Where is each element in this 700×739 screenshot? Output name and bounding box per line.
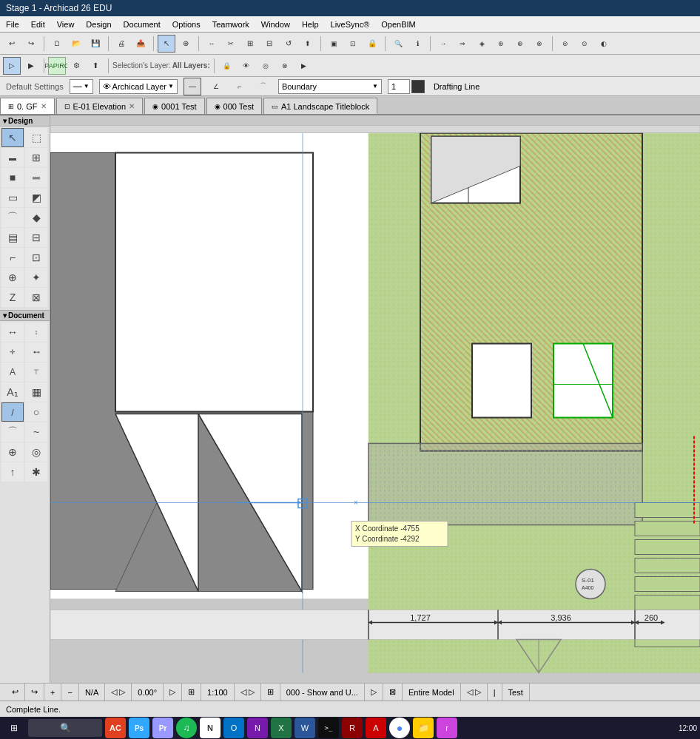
taskbar-rider[interactable]: r <box>437 718 457 738</box>
tb-extra2[interactable]: ⊛ <box>492 35 510 53</box>
tb-extra4[interactable]: ⊗ <box>531 35 548 53</box>
tb-extra7[interactable]: ◐ <box>595 35 613 53</box>
filter-btn[interactable]: ▶ <box>295 57 313 75</box>
tool-door[interactable]: ⌐ <box>1 248 24 267</box>
tool-window[interactable]: ⊡ <box>25 248 47 267</box>
play-anim-btn[interactable]: ▶ <box>22 57 40 75</box>
lock-btn[interactable]: 🔒 <box>363 35 381 53</box>
tab-gf-close[interactable]: ✕ <box>41 102 47 110</box>
group-btn[interactable]: ▣ <box>325 35 343 53</box>
tool-zone[interactable]: Z <box>1 288 24 307</box>
tb-extra6[interactable]: ⊝ <box>576 35 593 53</box>
design-section[interactable]: ▾ Design <box>0 115 50 126</box>
tab-test2[interactable]: ◉ 000 Test <box>206 98 262 114</box>
save-btn[interactable]: 💾 <box>87 35 104 53</box>
new-btn[interactable]: 🗋 <box>48 35 66 53</box>
taskbar-notion[interactable]: N <box>200 718 221 738</box>
tool-dim2[interactable]: ↕ <box>25 323 47 342</box>
tb-extra5[interactable]: ⊜ <box>556 35 574 53</box>
tool-spline[interactable]: ~ <box>25 422 47 442</box>
zoom-out-status[interactable]: − <box>61 684 78 701</box>
color-swatch[interactable] <box>411 80 425 93</box>
pen-rect-btn[interactable]: ⌐ <box>231 78 249 95</box>
search-taskbar-btn[interactable]: 🔍 <box>28 719 102 737</box>
menu-document[interactable]: Document <box>118 18 166 30</box>
redo-status[interactable]: ↪ <box>25 684 44 701</box>
tb-extra1[interactable]: ◈ <box>473 35 491 53</box>
boundary-selector[interactable]: Boundary ▼ <box>278 79 382 94</box>
line-type-selector[interactable]: — ▼ <box>70 79 93 94</box>
mirror-btn[interactable]: ⊟ <box>260 35 278 53</box>
taskbar-word[interactable]: W <box>295 718 315 738</box>
tool-line[interactable]: / <box>1 402 24 422</box>
find-btn[interactable]: 🔍 <box>389 35 407 53</box>
tab-gf[interactable]: ⊞ 0. GF ✕ <box>0 98 55 114</box>
taskbar-terminal[interactable]: >_ <box>318 718 339 738</box>
taskbar-chrome[interactable]: ● <box>389 718 410 738</box>
tab-elevation-close[interactable]: ✕ <box>129 102 135 110</box>
tool-cwseg[interactable]: ⊠ <box>25 288 47 307</box>
settings2-btn[interactable]: ⚙ <box>67 57 85 75</box>
menu-file[interactable]: File <box>0 18 25 30</box>
pen-solid-btn[interactable]: — <box>184 78 201 95</box>
offset-btn[interactable]: ⊞ <box>241 35 259 53</box>
taskbar-onenote[interactable]: N <box>247 718 268 738</box>
num-field[interactable]: 1 <box>388 79 410 94</box>
publish2-btn[interactable]: ⬆ <box>87 57 104 75</box>
tool-navmove[interactable]: ✛ <box>1 342 24 362</box>
publish-btn[interactable]: 📤 <box>132 35 149 53</box>
document-section[interactable]: ▾ Document <box>0 310 50 321</box>
tab-test1[interactable]: ◉ 0001 Test <box>144 98 205 114</box>
lock2-btn[interactable]: 🔒 <box>218 57 236 75</box>
tool-shell[interactable]: ⌒ <box>1 208 24 227</box>
arrow1[interactable]: → <box>434 35 452 53</box>
tool-beam[interactable]: ═ <box>25 168 47 187</box>
menu-design[interactable]: Design <box>80 18 117 30</box>
eye-btn[interactable]: 👁 <box>238 57 255 75</box>
taskbar-explorer[interactable]: 📁 <box>413 718 434 738</box>
tool-stair[interactable]: ▤ <box>1 228 24 247</box>
undo-btn[interactable]: ↩ <box>3 35 21 53</box>
angle-nav[interactable]: ◁ ▷ <box>105 684 132 701</box>
menu-openbim[interactable]: OpenBIM <box>375 18 421 30</box>
tool-label[interactable]: ⊤ <box>25 362 47 382</box>
angle-nav2[interactable]: ▷ <box>164 684 182 701</box>
pointer-btn[interactable]: ↖ <box>158 35 175 53</box>
taskbar-ps[interactable]: Ps <box>129 718 149 738</box>
pen-arc-btn[interactable]: ⌒ <box>255 78 272 95</box>
model-arrow[interactable]: ◁ ▷ <box>461 684 488 701</box>
grid-btn[interactable]: ⊞ <box>182 684 201 701</box>
redo-btn[interactable]: ↪ <box>22 35 40 53</box>
papio-btn[interactable]: PAPIRO <box>48 57 66 75</box>
tool-text[interactable]: A <box>1 362 24 382</box>
undo-status[interactable]: ↩ <box>6 684 25 701</box>
arrow2[interactable]: ⇒ <box>454 35 471 53</box>
taskbar-pr[interactable]: Pr <box>152 718 173 738</box>
elevate-btn[interactable]: ⬆ <box>299 35 317 53</box>
tool-measure[interactable]: ⊷ <box>25 342 47 362</box>
tool-circle[interactable]: ○ <box>25 402 47 422</box>
pen-angle-btn[interactable]: ∠ <box>207 78 225 95</box>
taskbar-excel[interactable]: X <box>271 718 292 738</box>
hide-btn[interactable]: ⊗ <box>276 57 294 75</box>
tool-hatch[interactable]: ▦ <box>25 382 47 402</box>
tool-morph[interactable]: ◆ <box>25 208 47 227</box>
tool-column[interactable]: ■ <box>1 168 24 187</box>
tab-titleblock[interactable]: ▭ A1 Landscape Titleblock <box>263 98 377 114</box>
layer-arrow[interactable]: ▷ <box>365 684 383 701</box>
trim-btn[interactable]: ✂ <box>222 35 240 53</box>
taskbar-r[interactable]: R <box>342 718 363 738</box>
tool-curtwall[interactable]: ⊞ <box>25 148 47 167</box>
start-btn[interactable]: ⊞ <box>3 719 25 737</box>
tool-wall[interactable]: ▬ <box>1 148 24 167</box>
tool-elev[interactable]: ↑ <box>1 462 24 482</box>
taskbar-autocad[interactable]: A <box>366 718 386 738</box>
menu-edit[interactable]: Edit <box>25 18 51 30</box>
taskbar-outlook[interactable]: O <box>223 718 244 738</box>
tool-object[interactable]: ⊕ <box>1 268 24 287</box>
play-3d-btn[interactable]: ▷ <box>3 57 21 75</box>
rotate-btn[interactable]: ↺ <box>280 35 297 53</box>
menu-livesync[interactable]: LiveSync® <box>325 18 376 30</box>
taskbar-spotify[interactable]: ♫ <box>176 718 197 738</box>
tool-extra[interactable]: ✱ <box>25 462 47 482</box>
